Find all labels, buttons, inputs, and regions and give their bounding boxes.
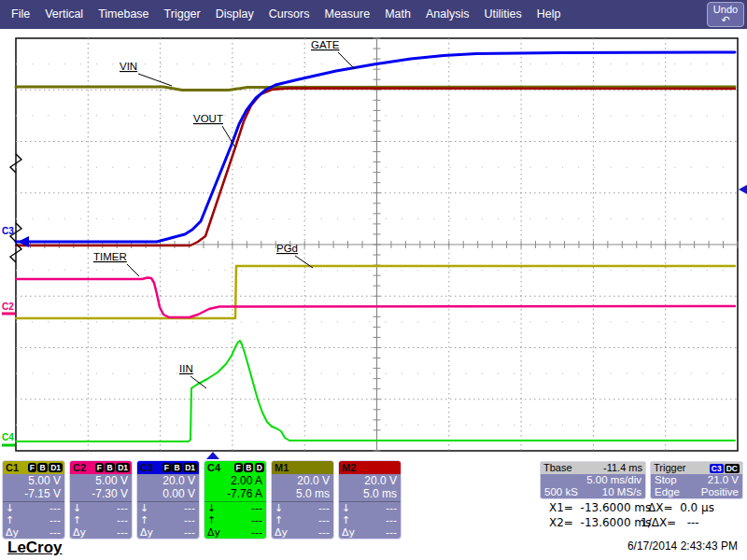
stat-row: ↑--- bbox=[3, 514, 64, 526]
cursor-x1-readout: X1= -13.6000 ms bbox=[549, 501, 651, 514]
trigger-source-badges: C3DC bbox=[709, 462, 740, 474]
trigger-mode: Stop bbox=[655, 474, 677, 486]
channel-box-c4[interactable]: C4FBD2.00 A-7.76 A↓---↑---Δy--- bbox=[204, 460, 267, 539]
stat-row: ↑--- bbox=[70, 514, 132, 526]
channel-value: -7.15 V bbox=[3, 487, 64, 500]
channel-badges: FBD bbox=[233, 463, 264, 472]
stat-row: ↓--- bbox=[339, 502, 401, 514]
stat-row: ↓--- bbox=[3, 502, 64, 514]
stat-row: Δy--- bbox=[339, 526, 401, 539]
channel-label: M1 bbox=[275, 462, 289, 473]
channel-value: 0.00 V bbox=[137, 487, 199, 500]
badge-f: F bbox=[95, 463, 104, 472]
channel-label: M2 bbox=[342, 462, 356, 473]
channel-value: 20.0 V bbox=[339, 474, 401, 487]
trace-callout-pgd: PGd bbox=[276, 243, 298, 254]
channel-label: C3 bbox=[140, 462, 153, 473]
trigger-badge-c3: C3 bbox=[710, 464, 724, 473]
stat-row: Δy--- bbox=[137, 526, 199, 539]
trigger-level: 21.0 V bbox=[708, 474, 739, 486]
stat-row: ↓--- bbox=[204, 502, 266, 514]
stat-row: Δy--- bbox=[204, 526, 266, 539]
channel-box-m2[interactable]: M220.0 V5.0 ms↓---↑---Δy--- bbox=[338, 460, 402, 539]
trigger-slope: Positive bbox=[701, 486, 739, 498]
cursor-dx-readout: ΔX= 0.0 µs bbox=[648, 501, 714, 514]
badge-b: B bbox=[37, 463, 47, 472]
lecroy-logo: LeCroy bbox=[7, 539, 63, 557]
channel-value: -7.30 V bbox=[70, 487, 132, 500]
channel-box-m1[interactable]: M120.0 V5.0 ms↓---↑---Δy--- bbox=[271, 460, 334, 539]
channel-value: 5.0 ms bbox=[339, 487, 401, 500]
cursor-x2-readout: X2= -13.6000 ms bbox=[549, 516, 651, 529]
channel-value: 5.0 ms bbox=[272, 487, 333, 500]
trigger-type: Edge bbox=[655, 486, 680, 498]
channel-stats: ↓---↑---Δy--- bbox=[272, 501, 333, 539]
zero-marker-label-c4: C4 bbox=[2, 432, 14, 442]
badge-d1: D1 bbox=[49, 463, 63, 472]
stat-row: ↓--- bbox=[70, 502, 132, 514]
channel-stats: ↓---↑---Δy--- bbox=[204, 501, 266, 539]
trace-callout-vin: VIN bbox=[120, 61, 137, 72]
timestamp: 6/17/2014 2:43:43 PM bbox=[627, 539, 738, 553]
channel-badges: FBD1 bbox=[161, 463, 197, 472]
timebase-box[interactable]: Tbase -11.4 ms 5.00 ms/div 500 kS 10 MS/… bbox=[540, 461, 646, 499]
badge-f: F bbox=[162, 463, 171, 472]
cursor-invdx-readout: 1/ΔX= --- bbox=[641, 516, 699, 529]
channel-value: 5.00 V bbox=[70, 474, 132, 487]
badge-b: B bbox=[105, 463, 114, 472]
channel-value: 2.00 A bbox=[204, 474, 266, 487]
timebase-rate: 10 MS/s bbox=[602, 486, 641, 498]
channel-label: C2 bbox=[73, 462, 86, 473]
channel-value: 5.00 V bbox=[3, 474, 64, 487]
trace-callout-timer: TIMER bbox=[93, 251, 127, 262]
trace-callout-vout: VOUT bbox=[193, 113, 223, 124]
channel-value: 20.0 V bbox=[137, 474, 199, 487]
channel-box-c3[interactable]: C3FBD120.0 V0.00 V↓---↑---Δy--- bbox=[136, 460, 200, 539]
trigger-title: Trigger bbox=[654, 462, 685, 474]
trigger-level-marker[interactable] bbox=[739, 184, 747, 195]
channel-stats: ↓---↑---Δy--- bbox=[339, 501, 401, 539]
badge-d: D bbox=[255, 463, 264, 472]
zero-marker-label-c2: C2 bbox=[2, 301, 14, 312]
badge-b: B bbox=[172, 463, 181, 472]
badge-f: F bbox=[28, 463, 36, 472]
channel-stats: ↓---↑---Δy--- bbox=[70, 501, 132, 539]
stat-row: ↑--- bbox=[204, 514, 266, 526]
stat-row: Δy--- bbox=[3, 526, 64, 539]
trigger-badge-dc: DC bbox=[725, 464, 740, 473]
stat-row: ↑--- bbox=[272, 514, 333, 526]
timebase-title: Tbase bbox=[543, 462, 572, 474]
timebase-delay: -11.4 ms bbox=[603, 462, 642, 474]
trace-callout-iin: IIN bbox=[179, 363, 193, 374]
badge-d1: D1 bbox=[183, 463, 197, 472]
trigger-box[interactable]: Trigger C3DC Stop 21.0 V Edge Positive bbox=[650, 461, 743, 499]
trigger-position-marker[interactable] bbox=[206, 452, 219, 459]
badge-f: F bbox=[234, 463, 243, 472]
stat-row: Δy--- bbox=[272, 526, 333, 539]
channel-stats: ↓---↑---Δy--- bbox=[137, 501, 199, 539]
timebase-scale: 5.00 ms/div bbox=[586, 474, 641, 486]
channel-value: 20.0 V bbox=[272, 474, 333, 487]
channel-badges: FBD1 bbox=[93, 463, 130, 472]
stat-row: ↑--- bbox=[339, 514, 401, 526]
channel-value: -7.76 A bbox=[204, 487, 266, 500]
channel-box-c1[interactable]: C1FBD15.00 V-7.15 V↓---↑---Δy--- bbox=[2, 460, 65, 539]
channel-box-c2[interactable]: C2FBD15.00 V-7.30 V↓---↑---Δy--- bbox=[69, 460, 133, 539]
stat-row: ↓--- bbox=[272, 502, 333, 514]
timebase-samples: 500 kS bbox=[544, 486, 578, 498]
stat-row: ↓--- bbox=[137, 502, 199, 514]
trace-callout-gate: GATE bbox=[311, 39, 340, 50]
stat-row: ↑--- bbox=[137, 514, 199, 526]
channel-stats: ↓---↑---Δy--- bbox=[3, 501, 64, 539]
badge-d1: D1 bbox=[116, 463, 130, 472]
channel-label: C4 bbox=[207, 462, 220, 473]
channel-badges: FBD1 bbox=[26, 463, 63, 472]
channel-label: C1 bbox=[6, 462, 19, 473]
stat-row: Δy--- bbox=[70, 526, 132, 539]
badge-b: B bbox=[244, 463, 253, 472]
